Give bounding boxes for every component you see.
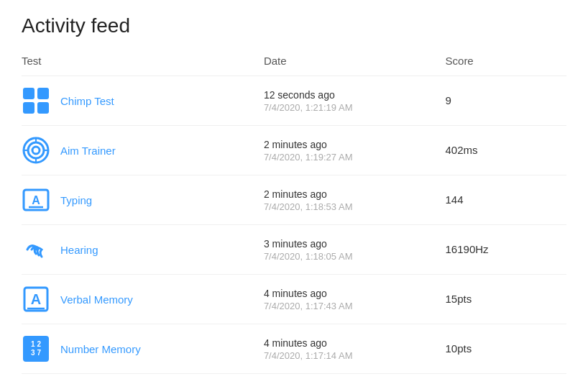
aim-trainer-date-relative: 2 minutes ago: [264, 139, 446, 150]
chimp-test-name[interactable]: Chimp Test: [60, 95, 114, 107]
svg-text:A: A: [32, 194, 40, 206]
col-header-score: Score: [446, 55, 566, 76]
typing-score: 144: [446, 193, 464, 206]
table-row: Chimp Test 12 seconds ago 7/4/2020, 1:21…: [22, 76, 566, 126]
svg-point-5: [28, 142, 44, 158]
table-row: Aim Trainer 2 minutes ago 7/4/2020, 1:19…: [22, 126, 566, 175]
chimp-test-date-relative: 12 seconds ago: [264, 89, 446, 101]
number-memory-icon: 1 2 3 7: [22, 334, 50, 363]
page-title: Activity feed: [22, 14, 566, 37]
hearing-name[interactable]: Hearing: [60, 244, 98, 256]
number-memory-score: 10pts: [446, 342, 472, 355]
verbal-memory-score: 15pts: [446, 293, 472, 305]
chimp-test-score: 9: [446, 94, 451, 106]
hearing-icon: [22, 235, 50, 264]
hearing-date-absolute: 7/4/2020, 1:18:05 AM: [264, 251, 446, 262]
typing-date-absolute: 7/4/2020, 1:18:53 AM: [264, 201, 446, 212]
hearing-date-relative: 3 minutes ago: [264, 238, 446, 250]
table-row: 1 2 3 7 Number Memory 4 minutes ago 7/4/…: [22, 324, 566, 374]
svg-text:1 2: 1 2: [31, 340, 41, 348]
svg-text:3 7: 3 7: [31, 349, 41, 357]
verbal-memory-icon: A: [22, 285, 50, 314]
verbal-memory-name[interactable]: Verbal Memory: [60, 293, 133, 306]
svg-rect-1: [37, 88, 49, 99]
number-memory-date-absolute: 7/4/2020, 1:17:14 AM: [264, 350, 446, 361]
typing-date-relative: 2 minutes ago: [264, 188, 446, 200]
number-memory-date-relative: 4 minutes ago: [264, 337, 446, 349]
aim-trainer-date-absolute: 7/4/2020, 1:19:27 AM: [264, 152, 446, 163]
svg-point-6: [32, 147, 40, 154]
typing-name[interactable]: Typing: [60, 194, 92, 206]
table-row: Hearing 3 minutes ago 7/4/2020, 1:18:05 …: [22, 225, 566, 275]
typing-icon: A: [22, 186, 50, 214]
svg-rect-0: [23, 88, 35, 99]
svg-text:A: A: [31, 291, 41, 307]
number-memory-name[interactable]: Number Memory: [60, 343, 141, 355]
verbal-memory-date-relative: 4 minutes ago: [264, 288, 446, 299]
svg-rect-2: [23, 102, 35, 114]
col-header-test: Test: [22, 55, 264, 76]
chimp-test-icon: [22, 86, 50, 115]
aim-trainer-score: 402ms: [446, 144, 478, 156]
svg-rect-3: [37, 102, 49, 114]
col-header-date: Date: [264, 55, 446, 76]
table-row: A Typing 2 minutes ago 7/4/2020, 1:18:53…: [22, 175, 566, 225]
hearing-score: 16190Hz: [446, 243, 489, 255]
table-row: A Verbal Memory 4 minutes ago 7/4/2020, …: [22, 275, 566, 324]
table-row: Visual Memory 6 minutes ago 7/4/2020, 1:…: [22, 374, 566, 380]
chimp-test-date-absolute: 7/4/2020, 1:21:19 AM: [264, 102, 446, 113]
aim-trainer-icon: [22, 136, 50, 165]
verbal-memory-date-absolute: 7/4/2020, 1:17:43 AM: [264, 301, 446, 311]
aim-trainer-name[interactable]: Aim Trainer: [60, 145, 116, 157]
